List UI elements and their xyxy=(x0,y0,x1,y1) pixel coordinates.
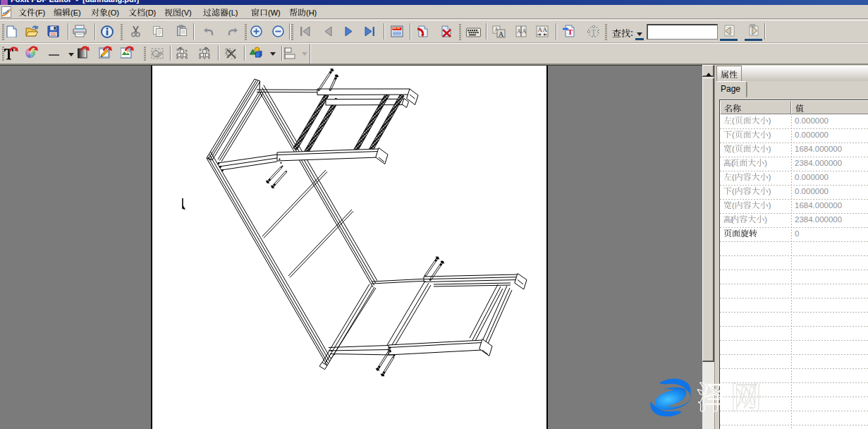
svg-text:A: A xyxy=(538,26,543,33)
svg-text:): ) xyxy=(769,116,771,125)
svg-text:A: A xyxy=(517,28,521,35)
svg-text:): ) xyxy=(764,159,767,167)
svg-text:): ) xyxy=(769,131,771,139)
svg-text:A: A xyxy=(499,30,504,38)
svg-text:(: ( xyxy=(732,201,735,210)
svg-text:): ) xyxy=(769,201,771,210)
svg-text:(: ( xyxy=(732,145,735,153)
svg-text:(V): (V) xyxy=(181,8,192,17)
svg-text:(O): (O) xyxy=(108,8,119,17)
svg-text:(: ( xyxy=(732,187,735,195)
svg-text:): ) xyxy=(769,145,771,153)
svg-text:(: ( xyxy=(732,116,735,125)
svg-text:A: A xyxy=(522,28,527,35)
svg-text:(E): (E) xyxy=(71,8,81,17)
svg-text:(D): (D) xyxy=(145,8,156,17)
svg-text:(: ( xyxy=(732,131,735,139)
svg-text:(W): (W) xyxy=(268,8,281,17)
svg-text:): ) xyxy=(769,173,771,181)
svg-text:(: ( xyxy=(732,173,735,181)
svg-text:): ) xyxy=(764,215,767,224)
svg-text:): ) xyxy=(769,187,771,195)
svg-text:(H): (H) xyxy=(306,8,317,17)
svg-text:T: T xyxy=(592,28,597,36)
svg-text:高(: 高( xyxy=(723,215,734,224)
svg-text:(F): (F) xyxy=(35,8,45,17)
svg-text:(L): (L) xyxy=(228,8,238,17)
svg-text:A: A xyxy=(543,26,548,33)
